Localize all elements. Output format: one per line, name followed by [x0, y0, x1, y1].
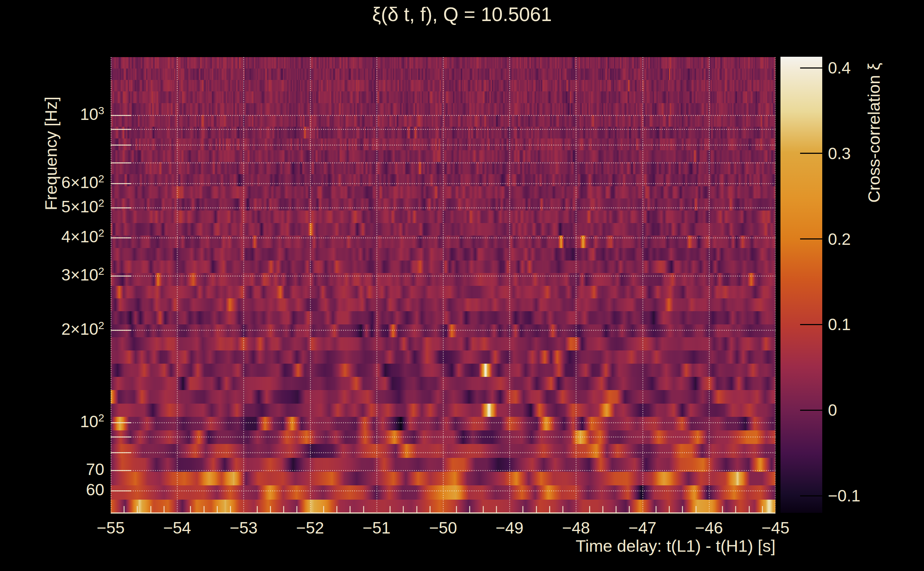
- x-tick-label: −53: [230, 518, 257, 537]
- y-tick-label-exponent: 2: [98, 197, 104, 209]
- colorbar-tick-label: 0: [828, 400, 837, 420]
- y-tick-label-base: 2×10: [62, 320, 99, 338]
- colorbar-tick-label: −0.1: [828, 486, 861, 505]
- plot-title: ξ(δ t, f), Q = 10.5061: [0, 3, 924, 26]
- y-tick-label: 70: [86, 460, 104, 479]
- y-tick-label-exponent: 3: [98, 105, 104, 116]
- x-tick-label: −45: [762, 518, 790, 537]
- y-tick-label-exponent: 2: [98, 227, 104, 239]
- colorbar-tick-label: 0.4: [828, 58, 851, 77]
- y-tick-label: 103: [80, 105, 104, 124]
- y-tick-label-exponent: 2: [98, 265, 104, 277]
- colorbar-tick: [800, 324, 822, 325]
- y-tick-label-base: 60: [86, 481, 104, 499]
- colorbar-tick: [800, 495, 822, 496]
- x-axis-title: Time delay: t(L1) - t(H1) [s]: [576, 536, 776, 556]
- colorbar-tick-label: 0.2: [828, 230, 851, 249]
- y-tick-label-base: 6×10: [62, 173, 99, 191]
- y-tick-label: 102: [80, 412, 104, 431]
- y-tick-label-base: 5×10: [62, 198, 99, 216]
- x-tick-label: −54: [163, 518, 191, 537]
- colorbar-tick: [800, 68, 822, 68]
- y-tick-label: 4×102: [62, 227, 104, 246]
- y-tick-label-base: 10: [80, 105, 98, 123]
- colorbar-gradient: [780, 57, 822, 513]
- x-tick-label: −55: [97, 518, 125, 537]
- x-tick-label: −50: [429, 518, 457, 537]
- y-tick-label-exponent: 2: [98, 412, 104, 424]
- colorbar-tick-label: 0.3: [828, 144, 851, 163]
- y-axis-title: Frequency [Hz]: [41, 97, 61, 211]
- colorbar-tick: [800, 238, 822, 239]
- figure-root: { "title": "ξ(δ t, f), Q = 10.5061", "x_…: [0, 0, 924, 571]
- colorbar-title: Cross-correlation ξ: [864, 63, 884, 203]
- x-tick-label: −46: [695, 518, 723, 537]
- colorbar-tick: [800, 153, 822, 154]
- y-tick-label-base: 3×10: [62, 266, 99, 284]
- y-tick-label: 60: [86, 480, 104, 500]
- colorbar-tick-label: 0.1: [828, 315, 851, 334]
- y-tick-label-base: 10: [80, 412, 98, 431]
- y-tick-label-base: 4×10: [62, 227, 99, 246]
- y-tick-label: 3×102: [62, 265, 104, 285]
- x-tick-label: −48: [562, 518, 590, 537]
- y-tick-label-base: 70: [86, 460, 104, 478]
- x-tick-label: −51: [363, 518, 391, 537]
- y-tick-label: 2×102: [62, 319, 104, 339]
- x-tick-label: −47: [629, 518, 657, 537]
- y-tick-label-exponent: 2: [98, 173, 104, 185]
- colorbar-tick: [800, 410, 822, 411]
- y-tick-label: 5×102: [62, 198, 104, 217]
- heatmap-canvas: [111, 57, 776, 514]
- x-tick-label: −52: [296, 518, 324, 537]
- y-tick-label: 6×102: [62, 173, 104, 192]
- x-tick-label: −49: [496, 518, 524, 537]
- y-tick-label-exponent: 2: [98, 319, 104, 331]
